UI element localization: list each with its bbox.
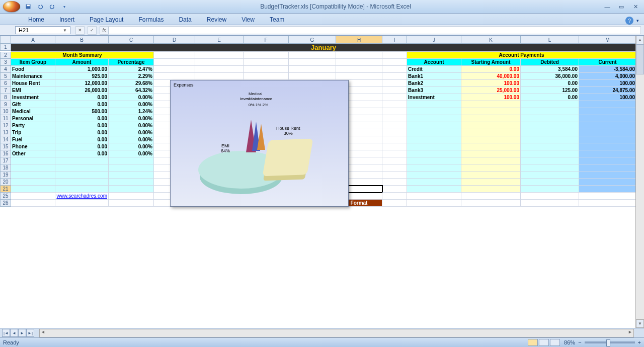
cell[interactable]: Bank3 [407,87,461,94]
cell[interactable]: 0.00 [55,115,109,122]
cell[interactable] [407,122,461,129]
cell[interactable] [461,157,521,164]
cell[interactable] [382,108,407,115]
cell[interactable] [289,59,336,66]
cell[interactable] [521,157,579,164]
cell[interactable] [154,59,195,66]
cell[interactable] [11,186,55,193]
row-header[interactable]: 16 [0,150,11,157]
cell[interactable]: 2.47% [109,66,154,73]
cell[interactable] [461,101,521,108]
cell[interactable]: Gift [11,101,55,108]
row-header[interactable]: 21 [0,186,11,193]
row-header[interactable]: 6 [0,80,11,87]
worksheet-grid[interactable]: ABCDEFGHIJKLM 1January2Month SummaryAcco… [0,36,644,328]
cell[interactable] [382,52,407,59]
cell[interactable]: Credit [407,66,461,73]
zoom-out-button[interactable]: − [578,339,581,345]
tab-nav-last[interactable]: ►| [26,329,34,337]
cell[interactable]: Amount [55,59,109,66]
col-header-H[interactable]: H [336,36,382,44]
cell[interactable] [382,101,407,108]
cell[interactable] [407,193,461,200]
horizontal-scrollbar[interactable] [39,329,634,337]
cell[interactable] [579,157,636,164]
cell[interactable] [521,129,579,136]
cell[interactable]: -3,584.00 [579,66,636,73]
cell[interactable] [461,193,521,200]
select-all-corner[interactable] [0,36,11,44]
cell[interactable]: Fuel [11,136,55,143]
cell[interactable]: Debited [521,59,579,66]
name-box[interactable]: H21 ▼ [15,26,70,34]
cell[interactable] [382,143,407,150]
cell[interactable]: 0.00% [109,122,154,129]
cell[interactable]: 26,000.00 [55,87,109,94]
cell[interactable] [461,171,521,179]
cell[interactable] [382,164,407,171]
cell[interactable] [11,171,55,179]
cell[interactable]: 0.00 [55,143,109,150]
cell[interactable]: Investment [407,94,461,101]
cell[interactable] [407,143,461,150]
vertical-scrollbar[interactable]: ▲ ▼ [635,36,644,328]
cell[interactable] [407,157,461,164]
cell[interactable] [382,80,407,87]
cell[interactable] [55,179,109,186]
cell[interactable] [461,179,521,186]
cell[interactable] [461,186,521,193]
cell[interactable] [382,129,407,136]
row-header[interactable]: 1 [0,44,11,51]
cell[interactable] [289,52,336,59]
cell[interactable] [579,193,636,200]
row-header[interactable]: 25 [0,193,11,200]
cell[interactable]: 0.00% [109,136,154,143]
row-header[interactable]: 7 [0,87,11,94]
maximize-button[interactable]: ▭ [616,3,627,11]
row-header[interactable]: 15 [0,143,11,150]
cell[interactable] [521,122,579,129]
col-header-E[interactable]: E [195,36,244,44]
save-icon[interactable] [23,2,33,12]
ribbon-tab-insert[interactable]: Insert [54,15,79,25]
cell[interactable] [109,157,154,164]
cell[interactable] [461,200,521,207]
cell[interactable]: Party [11,122,55,129]
cell[interactable] [109,179,154,186]
cell[interactable] [579,186,636,193]
cell[interactable] [521,143,579,150]
cell[interactable] [382,136,407,143]
cell[interactable] [382,59,407,66]
cell[interactable] [407,200,461,207]
col-header-G[interactable]: G [289,36,336,44]
view-normal-button[interactable] [528,339,538,346]
ribbon-tab-page-layout[interactable]: Page Layout [85,15,128,25]
cell[interactable] [579,101,636,108]
cell[interactable] [461,143,521,150]
cell[interactable] [289,66,336,73]
scroll-down-icon[interactable]: ▼ [636,319,644,328]
row-header[interactable]: 13 [0,129,11,136]
ribbon-tab-formulas[interactable]: Formulas [133,15,169,25]
cell[interactable] [407,129,461,136]
cell[interactable] [521,101,579,108]
col-header-F[interactable]: F [244,36,289,44]
cell[interactable] [154,73,195,80]
col-header-J[interactable]: J [407,36,461,44]
tab-nav-prev[interactable]: ◄ [10,329,18,337]
cell[interactable] [11,164,55,171]
cell[interactable] [407,115,461,122]
cell[interactable]: 1,000.00 [55,66,109,73]
cell[interactable] [461,136,521,143]
cell[interactable] [336,66,382,73]
cell[interactable] [195,59,244,66]
cell[interactable] [289,73,336,80]
cell[interactable]: 3,584.00 [521,66,579,73]
cell[interactable] [55,200,109,207]
cell[interactable] [109,186,154,193]
cell[interactable] [55,164,109,171]
cell[interactable]: 0.00% [109,129,154,136]
cell[interactable]: 0.00 [461,66,521,73]
cell[interactable] [407,186,461,193]
row-header[interactable]: 5 [0,73,11,80]
